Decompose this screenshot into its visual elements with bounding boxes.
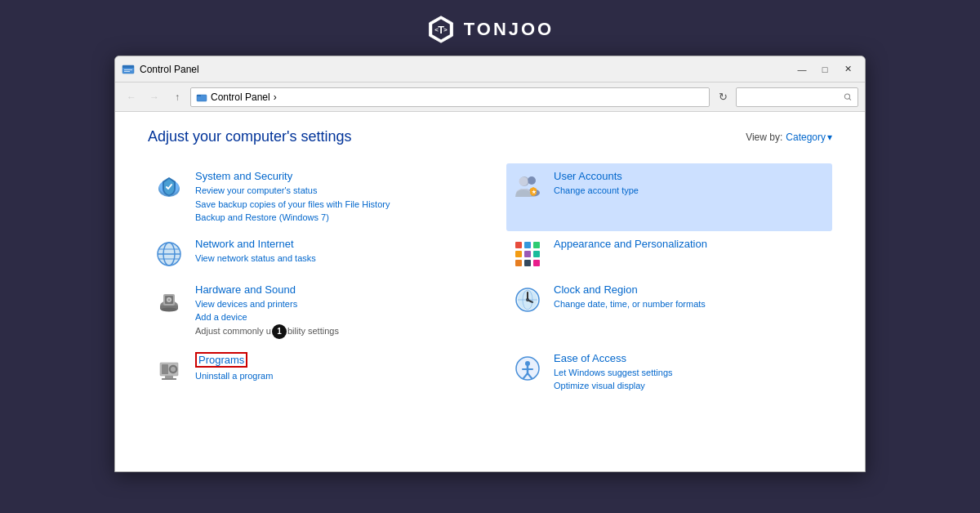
clock-region-icon [511,283,544,316]
svg-point-44 [161,307,177,311]
clock-region-name[interactable]: Clock and Region [554,283,827,296]
add-device-link[interactable]: Add a device [195,310,469,324]
minimize-button[interactable]: — [791,61,813,78]
ease-of-access-text: Ease of Access Let Windows suggest setti… [554,352,827,393]
close-button[interactable]: ✕ [837,61,858,78]
refresh-button[interactable]: ↻ [713,87,733,107]
category-item-network-internet[interactable]: Network and Internet View network status… [148,231,474,277]
categories-grid: System and Security Review your computer… [148,163,832,399]
up-button[interactable]: ↑ [167,87,187,107]
svg-rect-33 [524,251,531,257]
ease-of-access-name[interactable]: Ease of Access [554,352,827,364]
svg-rect-53 [162,364,168,374]
backup-restore-link[interactable]: Backup and Restore (Windows 7) [195,211,469,225]
ease-of-access-sub: Let Windows suggest settings Optimize vi… [554,366,827,393]
category-item-ease-of-access[interactable]: Ease of Access Let Windows suggest setti… [506,346,832,399]
appearance-icon [511,238,544,270]
user-accounts-text: User Accounts Change account type [554,170,827,198]
user-accounts-sub: Change account type [554,184,827,198]
network-internet-text: Network and Internet View network status… [195,238,469,265]
category-item-user-accounts[interactable]: ★ User Accounts Change account type [506,163,832,231]
system-security-icon [153,170,185,203]
svg-rect-37 [533,260,540,266]
category-item-clock-region[interactable]: Clock and Region Change date, time, or n… [506,277,832,346]
svg-rect-10 [197,95,201,96]
user-accounts-name[interactable]: User Accounts [554,170,827,182]
svg-rect-29 [515,242,522,248]
programs-name-boxed: Programs [195,352,247,368]
search-input[interactable] [742,92,840,102]
search-icon [844,92,853,102]
svg-rect-32 [515,251,522,257]
maximize-button[interactable]: □ [814,61,835,78]
network-internet-name[interactable]: Network and Internet [195,238,469,250]
tonjoo-logo-icon: T < > [426,15,456,44]
view-by-dropdown[interactable]: Category ▾ [786,132,832,143]
back-button[interactable]: ← [122,87,141,107]
content-header: Adjust your computer's settings View by:… [148,128,832,145]
page-title: Adjust your computer's settings [148,128,352,145]
window-icon [122,63,135,76]
appearance-text: Appearance and Personalization [554,238,827,252]
svg-line-12 [849,98,851,100]
network-internet-icon [153,238,185,270]
forward-button[interactable]: → [145,87,164,107]
brand-name: TONJOO [464,19,555,40]
network-internet-sub: View network status and tasks [195,252,469,265]
window-controls: — □ ✕ [791,61,858,78]
date-time-link[interactable]: Change date, time, or number formats [554,297,827,311]
svg-point-19 [519,177,528,186]
svg-point-17 [528,176,536,185]
optimize-visual-link[interactable]: Optimize visual display [554,379,827,393]
network-status-link[interactable]: View network status and tasks [195,252,469,265]
svg-rect-7 [124,69,132,70]
brand-header: T < > TONJOO [426,15,555,44]
category-item-appearance[interactable]: Appearance and Personalization [506,231,832,277]
view-by-control: View by: Category ▾ [746,132,832,143]
hardware-sound-sub: View devices and printers Add a device A… [195,297,469,339]
control-panel-window: Control Panel — □ ✕ ← → ↑ Control Panel … [114,56,866,472]
programs-name[interactable]: Programs [195,352,469,368]
svg-point-11 [845,93,850,98]
uninstall-program-link[interactable]: Uninstall a program [195,369,469,383]
programs-text: Programs Uninstall a program [195,352,469,383]
step-badge-1: 1 [272,324,287,339]
clock-region-sub: Change date, time, or number formats [554,297,827,311]
ease-of-access-icon [511,352,544,385]
windows-suggest-link[interactable]: Let Windows suggest settings [554,366,827,380]
search-box[interactable] [736,87,858,107]
mobility-settings-text: Adjust commonly u1bility settings [195,326,339,336]
path-root: Control Panel [211,91,270,103]
path-separator: › [274,91,277,103]
system-security-name[interactable]: System and Security [195,170,469,182]
svg-text:>: > [443,26,448,33]
hardware-sound-icon [153,283,185,316]
svg-rect-56 [165,376,173,378]
category-item-programs[interactable]: Programs Uninstall a program [148,346,474,399]
view-by-label: View by: [746,132,782,143]
path-icon [196,91,207,103]
programs-sub: Uninstall a program [195,369,469,383]
svg-rect-31 [533,242,540,248]
svg-rect-57 [162,378,176,380]
svg-point-42 [168,298,171,301]
svg-rect-8 [124,71,130,72]
content-area: Adjust your computer's settings View by:… [115,112,865,471]
title-bar: Control Panel — □ ✕ [115,56,865,83]
category-item-system-security[interactable]: System and Security Review your computer… [148,163,474,231]
window-title: Control Panel [140,64,791,75]
appearance-name[interactable]: Appearance and Personalization [554,238,827,250]
review-status-link[interactable]: Review your computer's status [195,184,469,198]
file-history-link[interactable]: Save backup copies of your files with Fi… [195,198,469,212]
svg-rect-35 [515,260,522,266]
category-item-hardware-sound[interactable]: Hardware and Sound View devices and prin… [148,277,474,346]
svg-point-55 [171,367,176,372]
svg-rect-36 [524,260,531,266]
svg-rect-34 [533,251,540,257]
change-account-type-link[interactable]: Change account type [554,184,827,198]
system-security-text: System and Security Review your computer… [195,170,469,225]
devices-printers-link[interactable]: View devices and printers [195,297,469,311]
clock-region-text: Clock and Region Change date, time, or n… [554,283,827,311]
hardware-sound-name[interactable]: Hardware and Sound [195,283,469,296]
address-path[interactable]: Control Panel › [190,87,710,107]
